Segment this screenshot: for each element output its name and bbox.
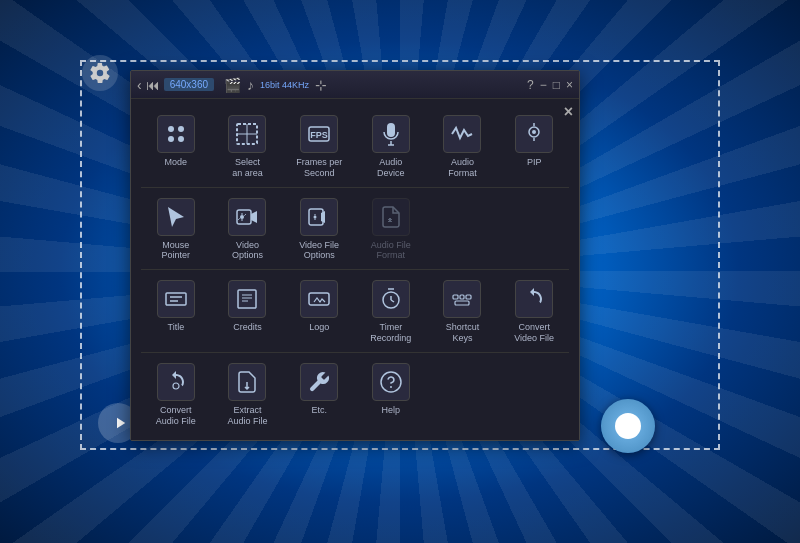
mouse-pointer-icon-box (157, 198, 195, 236)
pip-label: PIP (527, 157, 542, 168)
title-bar-right: ? − □ × (527, 78, 573, 92)
menu-item-audio-file-format: Audio FileFormat (356, 192, 426, 266)
help-button[interactable]: ? (527, 78, 534, 92)
record-inner-dot (615, 413, 641, 439)
mouse-pointer-label: MousePointer (162, 240, 191, 262)
mode-label: Mode (165, 157, 188, 168)
timer-icon-box (372, 280, 410, 318)
shortcut-keys-label: ShortcutKeys (446, 322, 480, 344)
title-icon-box (157, 280, 195, 318)
menu-item-empty-3 (428, 357, 498, 431)
skip-icon[interactable]: ⏮ (146, 77, 160, 93)
menu-item-help[interactable]: Help (356, 357, 426, 431)
menu-section-4: ConvertAudio File ExtractAudio File Etc. (141, 357, 569, 431)
resolution-selector[interactable]: 640x360 (164, 78, 214, 91)
svg-rect-26 (309, 293, 329, 305)
menu-item-mouse-pointer[interactable]: MousePointer (141, 192, 211, 266)
logo-icon-box (300, 280, 338, 318)
music-icon[interactable]: ♪ (247, 77, 254, 93)
svg-rect-22 (238, 290, 256, 308)
logo-label: Logo (309, 322, 329, 333)
etc-label: Etc. (311, 405, 327, 416)
menu-item-credits[interactable]: Credits (213, 274, 283, 348)
video-file-options-label: Video FileOptions (299, 240, 339, 262)
menu-item-pip[interactable]: PIP (499, 109, 569, 183)
menu-item-extract-audio[interactable]: ExtractAudio File (213, 357, 283, 431)
extract-audio-label: ExtractAudio File (227, 405, 267, 427)
menu-item-convert-audio[interactable]: ConvertAudio File (141, 357, 211, 431)
cursor-icon[interactable]: ⊹ (315, 77, 327, 93)
timer-recording-label: TimerRecording (370, 322, 411, 344)
menu-item-audio-device[interactable]: AudioDevice (356, 109, 426, 183)
select-area-label: Selectan area (232, 157, 263, 179)
gear-icon[interactable] (82, 55, 118, 91)
svg-point-12 (532, 130, 536, 134)
record-button[interactable] (601, 399, 655, 453)
convert-audio-label: ConvertAudio File (156, 405, 196, 427)
svg-point-37 (390, 386, 392, 388)
svg-point-16 (240, 215, 244, 219)
maximize-button[interactable]: □ (553, 78, 560, 92)
convert-audio-icon-box (157, 363, 195, 401)
main-window: ‹ ⏮ 640x360 🎬 ♪ 16bit 44KHz ⊹ ? − □ × × (130, 70, 580, 441)
credits-icon-box (228, 280, 266, 318)
minimize-button[interactable]: − (540, 78, 547, 92)
svg-point-3 (178, 136, 184, 142)
menu-item-video-options[interactable]: VideoOptions (213, 192, 283, 266)
svg-rect-31 (453, 295, 458, 299)
divider-2 (141, 269, 569, 270)
menu-section-2: MousePointer VideoOptions Video FileOpti… (141, 192, 569, 266)
menu-item-empty-4 (499, 357, 569, 431)
fps-icon-box: FPS (300, 115, 338, 153)
convert-video-icon-box (515, 280, 553, 318)
svg-text:FPS: FPS (310, 130, 328, 140)
select-area-icon-box (228, 115, 266, 153)
pip-icon-box (515, 115, 553, 153)
menu-item-title[interactable]: Title (141, 274, 211, 348)
menu-item-audio-format[interactable]: AudioFormat (428, 109, 498, 183)
audio-format-label: AudioFormat (448, 157, 477, 179)
mode-icon-box (157, 115, 195, 153)
close-button[interactable]: × (566, 78, 573, 92)
menu-item-convert-video[interactable]: ConvertVideo File (499, 274, 569, 348)
svg-rect-33 (466, 295, 471, 299)
audio-format-icon-box (443, 115, 481, 153)
bitrate-label[interactable]: 16bit 44KHz (260, 80, 309, 90)
credits-label: Credits (233, 322, 262, 333)
shortcut-icon-box (443, 280, 481, 318)
menu-item-fps[interactable]: FPS Frames perSecond (284, 109, 354, 183)
film-icon[interactable]: 🎬 (224, 77, 241, 93)
menu-item-mode[interactable]: Mode (141, 109, 211, 183)
menu-item-empty-1 (428, 192, 498, 266)
back-arrow[interactable]: ‹ (137, 77, 142, 93)
svg-rect-34 (455, 301, 469, 305)
menu-item-select-area[interactable]: Selectan area (213, 109, 283, 183)
toolbar-icons: 🎬 ♪ 16bit 44KHz ⊹ (224, 77, 327, 93)
svg-rect-19 (166, 293, 186, 305)
video-options-label: VideoOptions (232, 240, 263, 262)
title-bar-left: ‹ ⏮ 640x360 🎬 ♪ 16bit 44KHz ⊹ (137, 77, 327, 93)
svg-rect-32 (460, 295, 464, 299)
menu-item-video-file-options[interactable]: Video FileOptions (284, 192, 354, 266)
help-icon-box (372, 363, 410, 401)
divider-3 (141, 352, 569, 353)
menu-item-empty-2 (499, 192, 569, 266)
svg-point-2 (168, 136, 174, 142)
modal-close-button[interactable]: × (564, 103, 573, 121)
svg-line-29 (391, 300, 394, 302)
audio-device-label: AudioDevice (377, 157, 405, 179)
menu-item-etc[interactable]: Etc. (284, 357, 354, 431)
convert-video-label: ConvertVideo File (514, 322, 554, 344)
menu-item-logo[interactable]: Logo (284, 274, 354, 348)
svg-point-1 (178, 126, 184, 132)
menu-section-3: Title Credits Logo TimerRe (141, 274, 569, 348)
title-bar: ‹ ⏮ 640x360 🎬 ♪ 16bit 44KHz ⊹ ? − □ × (131, 71, 579, 99)
video-options-icon-box (228, 198, 266, 236)
help-label: Help (382, 405, 401, 416)
audio-file-format-label: Audio FileFormat (371, 240, 411, 262)
menu-item-timer-recording[interactable]: TimerRecording (356, 274, 426, 348)
menu-item-shortcut-keys[interactable]: ShortcutKeys (428, 274, 498, 348)
extract-audio-icon-box (228, 363, 266, 401)
fps-label: Frames perSecond (296, 157, 342, 179)
audio-file-format-icon-box (372, 198, 410, 236)
